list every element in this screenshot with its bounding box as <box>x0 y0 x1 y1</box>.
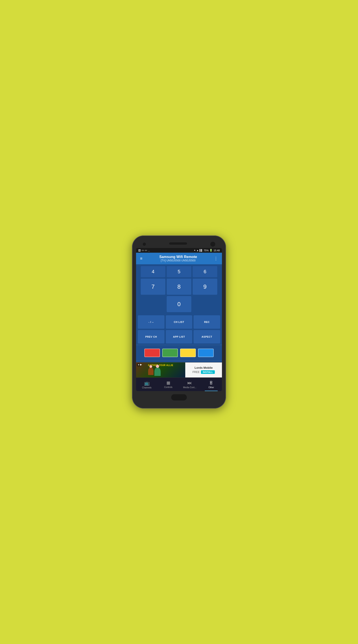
partial-row-456: 4 5 6 <box>138 266 220 277</box>
btn-0[interactable]: 0 <box>167 296 191 312</box>
device-subtitle: [TV] UN50J5500 UN50J5500 <box>143 259 213 262</box>
other-label: Other <box>208 386 214 389</box>
ad-install-row: FREE INSTALL <box>192 370 215 374</box>
ad-image: GATHER YOUR ALLIE ✕ <box>136 362 185 378</box>
menu-button[interactable]: ≡ <box>139 255 143 262</box>
other-icon: 🎚 <box>209 380 213 386</box>
notification-icon-2: ▭ <box>142 249 144 252</box>
clock: 15:48 <box>213 249 220 252</box>
controls-label: Controls <box>164 386 172 388</box>
ad-banner[interactable]: GATHER YOUR ALLIE ✕ <box>136 362 222 378</box>
app-title: Samsung Wifi Remote <box>143 255 213 259</box>
btn-blue[interactable] <box>198 348 214 357</box>
btn-red[interactable] <box>144 348 160 357</box>
channels-icon: 📺 <box>144 380 150 386</box>
divider-1 <box>136 345 222 345</box>
bottom-navigation: 📺 Channels ▦ Controls ⏭ Media Cont... 🎚 … <box>136 378 222 391</box>
signal-icon: ▌▌ <box>200 249 203 252</box>
ad-game-name: Lords Mobile <box>195 366 213 370</box>
btn-aspect[interactable]: ASPECT <box>194 330 220 344</box>
battery-percent: 75% <box>204 249 209 252</box>
phone-device: 🖼 ▭ ▭ ... ✦ ▲ ▌▌ 75% 🔋 15:48 ≡ Samsung W… <box>132 236 226 408</box>
btn-9[interactable]: 9 <box>193 278 217 295</box>
earpiece-speaker <box>169 242 187 245</box>
media-label: Media Cont... <box>183 386 196 389</box>
app-bar-center: Samsung Wifi Remote [TV] UN50J5500 UN50J… <box>143 255 213 262</box>
btn-8[interactable]: 8 <box>167 278 191 295</box>
active-indicator <box>205 391 218 391</box>
btn-green[interactable] <box>162 348 178 357</box>
phone-top-hardware <box>136 242 222 247</box>
btn-app-list[interactable]: APP LIST <box>166 330 192 344</box>
row-789: 7 8 9 <box>138 278 220 295</box>
func-row-2: PREV CH APP LIST ASPECT <box>136 330 222 344</box>
row-0: 0 <box>138 296 220 312</box>
nav-other[interactable]: 🎚 Other <box>200 380 222 390</box>
divider-2 <box>136 361 222 361</box>
remote-content: 4 5 6 7 8 9 0 - / -- <box>136 264 222 378</box>
btn-yellow[interactable] <box>180 348 196 357</box>
ad-free-label: FREE <box>192 370 200 374</box>
more-button[interactable]: ⋮ <box>213 255 219 262</box>
ad-play-icon: ▶ <box>140 363 142 366</box>
notification-icon-3: ▭ <box>145 249 147 252</box>
front-camera <box>143 242 146 246</box>
notification-dots: ... <box>148 249 150 252</box>
color-buttons <box>136 346 222 359</box>
channels-label: Channels <box>142 386 151 389</box>
notification-icon-1: 🖼 <box>138 249 141 252</box>
bluetooth-icon: ✦ <box>194 249 196 252</box>
btn-ch-list[interactable]: CH LIST <box>166 315 192 329</box>
nav-channels[interactable]: 📺 Channels <box>136 380 158 390</box>
ad-install-button[interactable]: INSTALL <box>201 370 215 374</box>
btn-4[interactable]: 4 <box>141 266 165 277</box>
wifi-icon: ▲ <box>196 249 199 252</box>
ad-close-btn[interactable]: ✕ <box>137 363 140 366</box>
status-notifications: 🖼 ▭ ▭ ... <box>138 249 150 252</box>
btn-rec[interactable]: REC <box>194 315 220 329</box>
controls-icon: ▦ <box>166 380 170 385</box>
btn-dash[interactable]: - / -- <box>138 315 164 329</box>
func-row-1: - / -- CH LIST REC <box>136 315 222 329</box>
home-button[interactable] <box>171 394 187 400</box>
media-icon: ⏭ <box>187 380 192 386</box>
btn-5[interactable]: 5 <box>167 266 191 277</box>
battery-icon: 🔋 <box>209 249 213 252</box>
status-bar: 🖼 ▭ ▭ ... ✦ ▲ ▌▌ 75% 🔋 15:48 <box>136 248 222 253</box>
ad-text: Lords Mobile FREE INSTALL <box>185 362 222 378</box>
phone-screen: 🖼 ▭ ▭ ... ✦ ▲ ▌▌ 75% 🔋 15:48 ≡ Samsung W… <box>136 248 222 391</box>
numpad: 4 5 6 7 8 9 0 <box>136 264 222 315</box>
btn-7[interactable]: 7 <box>141 278 165 295</box>
app-bar: ≡ Samsung Wifi Remote [TV] UN50J5500 UN5… <box>136 253 222 264</box>
phone-bottom-hardware <box>136 394 222 400</box>
btn-6[interactable]: 6 <box>193 266 217 277</box>
status-system: ✦ ▲ ▌▌ 75% 🔋 15:48 <box>194 249 220 252</box>
btn-prev-ch[interactable]: PREV CH <box>138 330 164 344</box>
nav-controls[interactable]: ▦ Controls <box>158 380 179 390</box>
nav-media[interactable]: ⏭ Media Cont... <box>179 380 200 390</box>
selfie-camera <box>210 242 215 247</box>
